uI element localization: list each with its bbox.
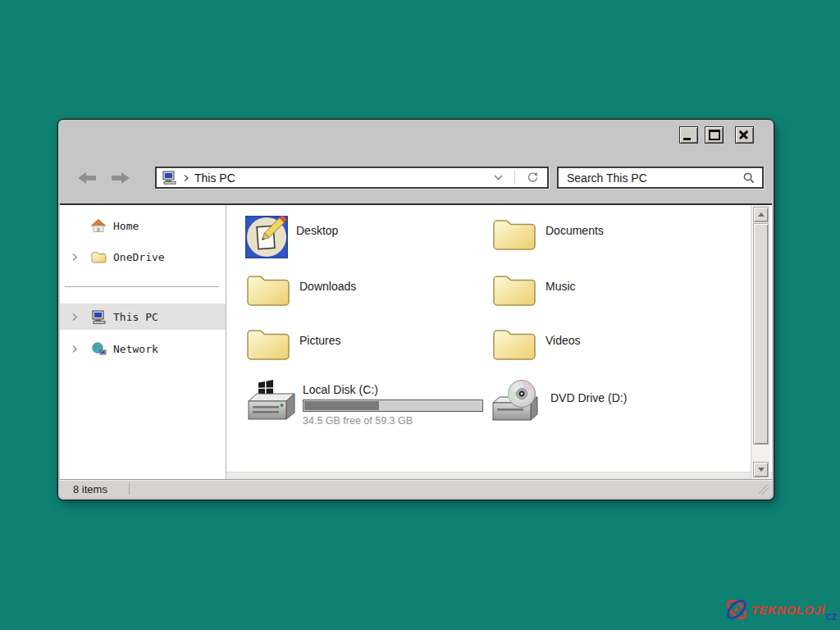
sidebar-item-onedrive[interactable]: OneDrive bbox=[60, 244, 226, 269]
scroll-down-button[interactable] bbox=[753, 462, 769, 477]
item-label: Downloads bbox=[299, 280, 356, 293]
hard-drive-icon bbox=[245, 378, 296, 422]
forward-arrow-icon bbox=[109, 170, 131, 186]
vertical-scrollbar[interactable] bbox=[751, 205, 770, 479]
watermark-suffix-text: CZ bbox=[826, 613, 837, 622]
breadcrumb-chevron-icon bbox=[183, 174, 189, 182]
content-area: Home OneDrive bbox=[60, 203, 772, 479]
maximize-button[interactable] bbox=[705, 126, 724, 144]
search-input[interactable] bbox=[559, 171, 743, 185]
sidebar-item-this-pc[interactable]: This PC bbox=[60, 304, 226, 330]
disk-free-space-text: 34.5 GB free of 59.3 GB bbox=[303, 415, 483, 427]
folder-pictures[interactable]: Pictures bbox=[245, 326, 341, 363]
chevron-right-icon[interactable] bbox=[71, 253, 78, 262]
item-label: Documents bbox=[546, 224, 604, 237]
scroll-up-button[interactable] bbox=[753, 207, 769, 222]
maximize-icon bbox=[709, 130, 720, 140]
chevron-right-icon[interactable] bbox=[71, 313, 78, 322]
folder-icon bbox=[491, 326, 537, 363]
file-explorer-window: This PC bbox=[57, 119, 774, 500]
search-icon[interactable] bbox=[743, 172, 755, 184]
item-label: DVD Drive (D:) bbox=[550, 391, 627, 404]
scroll-down-arrow-icon bbox=[758, 468, 765, 472]
sidebar-item-label: Home bbox=[113, 220, 139, 232]
sidebar-item-label: Network bbox=[113, 343, 158, 355]
navigation-pane: Home OneDrive bbox=[60, 205, 226, 479]
refresh-icon[interactable] bbox=[527, 171, 539, 184]
sidebar-item-network[interactable]: Network bbox=[60, 336, 226, 361]
search-box[interactable] bbox=[557, 167, 764, 189]
close-button[interactable] bbox=[735, 126, 754, 144]
item-label: Videos bbox=[546, 334, 581, 347]
drive-local-disk-c[interactable]: Local Disk (C:) 34.5 GB free of 59.3 GB bbox=[245, 378, 483, 427]
forward-button[interactable] bbox=[109, 170, 131, 189]
desktop-icon bbox=[245, 216, 288, 258]
folder-icon bbox=[245, 326, 291, 363]
computer-icon bbox=[91, 310, 107, 324]
scroll-up-arrow-icon bbox=[758, 212, 765, 217]
item-label: Local Disk (C:) bbox=[303, 383, 483, 396]
watermark: TEKNOLOJİ CZ bbox=[723, 596, 837, 623]
back-button[interactable] bbox=[76, 170, 98, 189]
folder-videos[interactable]: Videos bbox=[491, 326, 581, 363]
folder-icon bbox=[91, 251, 107, 263]
minimize-icon bbox=[683, 138, 691, 140]
network-icon bbox=[91, 342, 107, 356]
watermark-brand-text: TEKNOLOJİ bbox=[751, 603, 824, 617]
dvd-drive-icon bbox=[491, 378, 542, 422]
computer-icon bbox=[162, 171, 177, 185]
item-label: Music bbox=[546, 280, 576, 293]
sidebar-item-label: This PC bbox=[113, 311, 158, 323]
disk-usage-fill bbox=[304, 401, 379, 410]
status-separator bbox=[129, 483, 130, 495]
disk-usage-bar bbox=[303, 399, 483, 412]
drive-dvd-d[interactable]: DVD Drive (D:) bbox=[491, 378, 627, 422]
teal-desktop-background: { "colors": { "desktop_teal": "#0e8173",… bbox=[0, 0, 840, 630]
item-label: Pictures bbox=[299, 334, 341, 347]
window-titlebar[interactable] bbox=[58, 120, 774, 156]
chevron-right-icon[interactable] bbox=[71, 345, 78, 354]
address-dropdown-chevron-icon[interactable] bbox=[494, 175, 503, 180]
sidebar-item-home[interactable]: Home bbox=[60, 213, 226, 238]
address-bar[interactable]: This PC bbox=[155, 167, 549, 189]
resize-grip-icon[interactable] bbox=[759, 485, 769, 495]
minimize-button[interactable] bbox=[679, 126, 698, 144]
folder-desktop[interactable]: Desktop bbox=[245, 216, 338, 258]
folder-icon bbox=[245, 272, 291, 309]
folder-icon bbox=[491, 272, 537, 309]
folder-music[interactable]: Music bbox=[491, 272, 576, 309]
folder-documents[interactable]: Documents bbox=[491, 216, 604, 253]
status-bar: 8 items bbox=[60, 479, 772, 498]
back-arrow-icon bbox=[76, 170, 98, 186]
sidebar-item-label: OneDrive bbox=[113, 251, 165, 263]
address-divider bbox=[514, 171, 515, 185]
scrollbar-thumb[interactable] bbox=[753, 223, 769, 445]
watermark-logo-icon bbox=[723, 596, 751, 623]
item-label: Desktop bbox=[296, 224, 338, 237]
folder-downloads[interactable]: Downloads bbox=[245, 272, 356, 309]
sidebar-separator bbox=[65, 286, 219, 287]
home-icon bbox=[91, 219, 106, 232]
folder-icon bbox=[491, 216, 537, 253]
breadcrumb-location[interactable]: This PC bbox=[194, 171, 235, 185]
item-count: 8 items bbox=[73, 483, 107, 495]
